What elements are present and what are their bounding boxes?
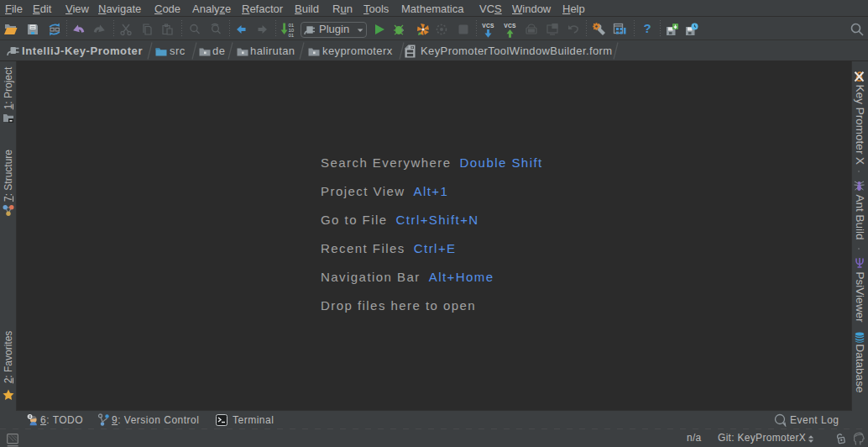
- svg-text:VCS: VCS: [504, 23, 516, 29]
- svg-text:01: 01: [289, 33, 295, 37]
- svg-text:VCS: VCS: [482, 23, 494, 29]
